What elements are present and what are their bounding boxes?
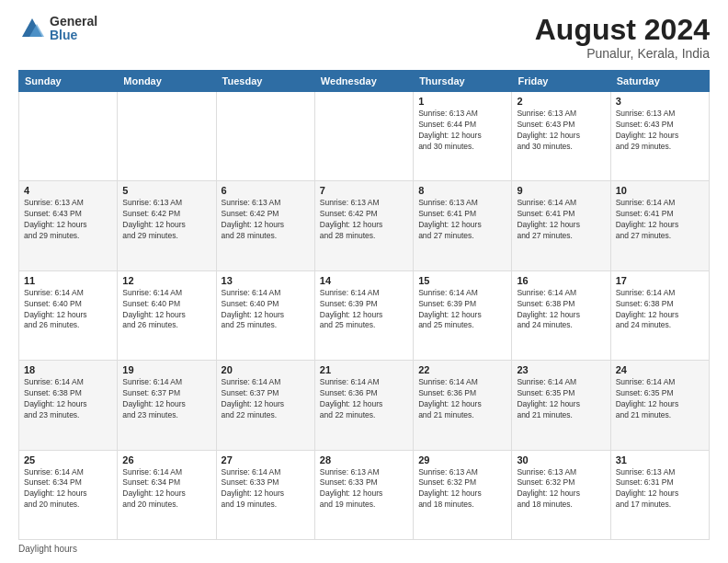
day-info: Sunrise: 6:14 AM Sunset: 6:38 PM Dayligh… xyxy=(24,377,112,421)
calendar-cell: 13Sunrise: 6:14 AM Sunset: 6:40 PM Dayli… xyxy=(216,270,314,360)
day-number: 17 xyxy=(616,275,704,286)
calendar-week-row: 18Sunrise: 6:14 AM Sunset: 6:38 PM Dayli… xyxy=(19,361,710,450)
day-number: 29 xyxy=(418,454,506,465)
calendar-cell xyxy=(216,92,314,181)
logo-general-label: General xyxy=(50,15,97,29)
calendar-cell: 31Sunrise: 6:13 AM Sunset: 6:31 PM Dayli… xyxy=(610,450,709,539)
calendar-week-row: 1Sunrise: 6:13 AM Sunset: 6:44 PM Daylig… xyxy=(19,92,710,181)
day-info: Sunrise: 6:14 AM Sunset: 6:36 PM Dayligh… xyxy=(418,377,506,421)
day-number: 3 xyxy=(616,96,704,107)
calendar-cell: 11Sunrise: 6:14 AM Sunset: 6:40 PM Dayli… xyxy=(19,270,118,360)
day-info: Sunrise: 6:14 AM Sunset: 6:38 PM Dayligh… xyxy=(517,288,605,332)
day-number: 13 xyxy=(222,275,310,286)
footer-note: Daylight hours xyxy=(18,544,710,554)
calendar-cell: 16Sunrise: 6:14 AM Sunset: 6:38 PM Dayli… xyxy=(512,270,610,360)
day-number: 20 xyxy=(222,364,310,375)
calendar-cell: 1Sunrise: 6:13 AM Sunset: 6:44 PM Daylig… xyxy=(414,92,512,181)
day-info: Sunrise: 6:13 AM Sunset: 6:43 PM Dayligh… xyxy=(24,198,112,242)
calendar-cell: 20Sunrise: 6:14 AM Sunset: 6:37 PM Dayli… xyxy=(216,361,314,450)
day-info: Sunrise: 6:14 AM Sunset: 6:38 PM Dayligh… xyxy=(616,288,704,332)
day-info: Sunrise: 6:14 AM Sunset: 6:37 PM Dayligh… xyxy=(222,377,310,421)
calendar-cell: 23Sunrise: 6:14 AM Sunset: 6:35 PM Dayli… xyxy=(512,361,610,450)
calendar-week-row: 25Sunrise: 6:14 AM Sunset: 6:34 PM Dayli… xyxy=(19,450,710,539)
calendar-cell: 26Sunrise: 6:14 AM Sunset: 6:34 PM Dayli… xyxy=(118,450,216,539)
day-number: 1 xyxy=(418,96,506,107)
day-info: Sunrise: 6:14 AM Sunset: 6:34 PM Dayligh… xyxy=(122,467,210,511)
day-info: Sunrise: 6:14 AM Sunset: 6:41 PM Dayligh… xyxy=(517,198,605,242)
calendar-cell: 22Sunrise: 6:14 AM Sunset: 6:36 PM Dayli… xyxy=(414,361,512,450)
day-info: Sunrise: 6:14 AM Sunset: 6:40 PM Dayligh… xyxy=(222,288,310,332)
day-info: Sunrise: 6:13 AM Sunset: 6:43 PM Dayligh… xyxy=(517,109,605,153)
calendar-cell: 8Sunrise: 6:13 AM Sunset: 6:41 PM Daylig… xyxy=(414,181,512,270)
calendar-cell: 17Sunrise: 6:14 AM Sunset: 6:38 PM Dayli… xyxy=(610,270,709,360)
day-number: 22 xyxy=(418,364,506,375)
day-number: 26 xyxy=(122,454,210,465)
day-number: 4 xyxy=(24,185,112,196)
calendar-cell: 18Sunrise: 6:14 AM Sunset: 6:38 PM Dayli… xyxy=(19,361,118,450)
calendar-cell: 6Sunrise: 6:13 AM Sunset: 6:42 PM Daylig… xyxy=(216,181,314,270)
logo: General Blue xyxy=(18,15,97,43)
day-info: Sunrise: 6:13 AM Sunset: 6:42 PM Dayligh… xyxy=(122,198,210,242)
day-info: Sunrise: 6:13 AM Sunset: 6:31 PM Dayligh… xyxy=(616,467,704,511)
calendar-week-row: 4Sunrise: 6:13 AM Sunset: 6:43 PM Daylig… xyxy=(19,181,710,270)
day-number: 27 xyxy=(222,454,310,465)
calendar-day-header: Saturday xyxy=(610,71,709,92)
day-number: 15 xyxy=(418,275,506,286)
location: Punalur, Kerala, India xyxy=(535,46,710,61)
day-number: 5 xyxy=(122,185,210,196)
calendar-day-header: Sunday xyxy=(19,71,118,92)
day-number: 9 xyxy=(517,185,605,196)
logo-icon xyxy=(18,15,46,42)
day-info: Sunrise: 6:14 AM Sunset: 6:41 PM Dayligh… xyxy=(616,198,704,242)
calendar-cell: 10Sunrise: 6:14 AM Sunset: 6:41 PM Dayli… xyxy=(610,181,709,270)
day-info: Sunrise: 6:14 AM Sunset: 6:40 PM Dayligh… xyxy=(122,288,210,332)
calendar-day-header: Monday xyxy=(118,71,216,92)
day-info: Sunrise: 6:14 AM Sunset: 6:34 PM Dayligh… xyxy=(24,467,112,511)
calendar-cell xyxy=(118,92,216,181)
calendar-cell: 14Sunrise: 6:14 AM Sunset: 6:39 PM Dayli… xyxy=(314,270,413,360)
day-number: 16 xyxy=(517,275,605,286)
calendar-cell: 27Sunrise: 6:14 AM Sunset: 6:33 PM Dayli… xyxy=(216,450,314,539)
calendar-cell: 4Sunrise: 6:13 AM Sunset: 6:43 PM Daylig… xyxy=(19,181,118,270)
day-number: 12 xyxy=(122,275,210,286)
day-info: Sunrise: 6:13 AM Sunset: 6:42 PM Dayligh… xyxy=(222,198,310,242)
calendar-cell: 30Sunrise: 6:13 AM Sunset: 6:32 PM Dayli… xyxy=(512,450,610,539)
calendar-cell: 28Sunrise: 6:13 AM Sunset: 6:33 PM Dayli… xyxy=(314,450,413,539)
calendar-week-row: 11Sunrise: 6:14 AM Sunset: 6:40 PM Dayli… xyxy=(19,270,710,360)
calendar-day-header: Thursday xyxy=(414,71,512,92)
calendar-cell: 29Sunrise: 6:13 AM Sunset: 6:32 PM Dayli… xyxy=(414,450,512,539)
calendar-header-row: SundayMondayTuesdayWednesdayThursdayFrid… xyxy=(19,71,710,92)
calendar-cell: 12Sunrise: 6:14 AM Sunset: 6:40 PM Dayli… xyxy=(118,270,216,360)
day-info: Sunrise: 6:14 AM Sunset: 6:35 PM Dayligh… xyxy=(517,377,605,421)
header: General Blue August 2024 Punalur, Kerala… xyxy=(18,15,710,61)
calendar-cell: 25Sunrise: 6:14 AM Sunset: 6:34 PM Dayli… xyxy=(19,450,118,539)
day-number: 25 xyxy=(24,454,112,465)
day-number: 30 xyxy=(517,454,605,465)
title-block: August 2024 Punalur, Kerala, India xyxy=(535,15,710,61)
calendar-day-header: Wednesday xyxy=(314,71,413,92)
day-number: 7 xyxy=(320,185,408,196)
day-info: Sunrise: 6:13 AM Sunset: 6:33 PM Dayligh… xyxy=(320,467,408,511)
day-info: Sunrise: 6:13 AM Sunset: 6:32 PM Dayligh… xyxy=(517,467,605,511)
day-number: 19 xyxy=(122,364,210,375)
calendar-cell: 3Sunrise: 6:13 AM Sunset: 6:43 PM Daylig… xyxy=(610,92,709,181)
calendar-cell: 7Sunrise: 6:13 AM Sunset: 6:42 PM Daylig… xyxy=(314,181,413,270)
day-info: Sunrise: 6:14 AM Sunset: 6:40 PM Dayligh… xyxy=(24,288,112,332)
day-info: Sunrise: 6:14 AM Sunset: 6:39 PM Dayligh… xyxy=(320,288,408,332)
day-number: 18 xyxy=(24,364,112,375)
day-number: 14 xyxy=(320,275,408,286)
day-info: Sunrise: 6:14 AM Sunset: 6:33 PM Dayligh… xyxy=(222,467,310,511)
day-info: Sunrise: 6:14 AM Sunset: 6:36 PM Dayligh… xyxy=(320,377,408,421)
calendar-cell: 15Sunrise: 6:14 AM Sunset: 6:39 PM Dayli… xyxy=(414,270,512,360)
calendar-cell: 19Sunrise: 6:14 AM Sunset: 6:37 PM Dayli… xyxy=(118,361,216,450)
calendar-cell: 9Sunrise: 6:14 AM Sunset: 6:41 PM Daylig… xyxy=(512,181,610,270)
calendar-cell xyxy=(314,92,413,181)
day-number: 23 xyxy=(517,364,605,375)
day-info: Sunrise: 6:13 AM Sunset: 6:43 PM Dayligh… xyxy=(616,109,704,153)
day-number: 2 xyxy=(517,96,605,107)
month-title: August 2024 xyxy=(535,15,710,44)
day-number: 10 xyxy=(616,185,704,196)
logo-text: General Blue xyxy=(50,15,97,43)
calendar-day-header: Friday xyxy=(512,71,610,92)
day-number: 6 xyxy=(222,185,310,196)
